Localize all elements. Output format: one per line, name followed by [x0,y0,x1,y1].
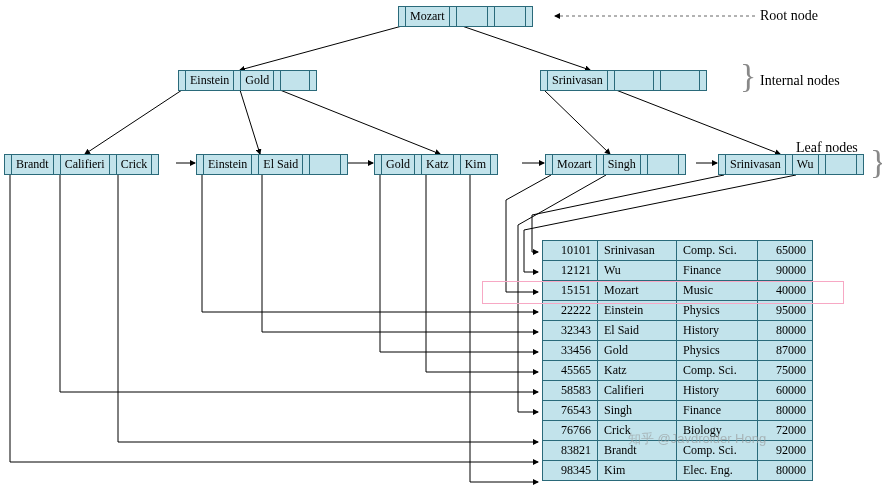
key: Singh [604,155,641,174]
brace-internal: } [740,66,756,86]
cell-id: 76766 [543,421,598,441]
key: Srinivasan [726,155,786,174]
ptr [541,71,548,90]
ptr [641,155,648,174]
key: Gold [241,71,274,90]
ptr [399,7,406,26]
cell-name: Srinivasan [598,241,677,261]
ptr [654,71,661,90]
cell-salary: 60000 [758,381,813,401]
ptr [234,71,241,90]
ptr [341,155,347,174]
cell-dept: Physics [677,341,758,361]
table-row: 32343El SaidHistory80000 [543,321,813,341]
key: Califieri [61,155,110,174]
table-row: 12121WuFinance90000 [543,261,813,281]
key-empty [281,71,310,90]
ptr [415,155,422,174]
cell-name: Califieri [598,381,677,401]
cell-name: Kim [598,461,677,481]
leaf-node-4: Srinivasan Wu [718,154,864,175]
key-empty [310,155,341,174]
key: Einstein [186,71,234,90]
key-empty [615,71,654,90]
cell-dept: History [677,381,758,401]
table-row: 45565KatzComp. Sci.75000 [543,361,813,381]
key: Mozart [406,7,450,26]
cell-id: 98345 [543,461,598,481]
cell-dept: Comp. Sci. [677,241,758,261]
key-empty [495,7,526,26]
table-row: 15151MozartMusic40000 [543,281,813,301]
cell-id: 15151 [543,281,598,301]
ptr [488,7,495,26]
internal-node-0: Einstein Gold [178,70,317,91]
ptr [546,155,553,174]
brace-leaf: } [870,152,882,172]
label-leaf: Leaf nodes [796,140,858,156]
cell-salary: 75000 [758,361,813,381]
ptr [375,155,382,174]
ptr [252,155,259,174]
cell-id: 32343 [543,321,598,341]
ptr [786,155,793,174]
root-node: Mozart [398,6,533,27]
cell-dept: Finance [677,401,758,421]
label-internal: Internal nodes [760,73,840,89]
ptr [197,155,204,174]
cell-id: 76543 [543,401,598,421]
ptr [857,155,863,174]
ptr [491,155,497,174]
cell-dept: Finance [677,261,758,281]
cell-dept: Elec. Eng. [677,461,758,481]
ptr [608,71,615,90]
key: Brandt [12,155,54,174]
cell-id: 45565 [543,361,598,381]
cell-id: 22222 [543,301,598,321]
cell-name: El Said [598,321,677,341]
key: Srinivasan [548,71,608,90]
ptr [454,155,461,174]
cell-dept: Comp. Sci. [677,361,758,381]
ptr [152,155,158,174]
ptr [110,155,117,174]
ptr [700,71,706,90]
ptr [679,155,685,174]
watermark: 知乎 @Javdroider Hong [628,430,766,448]
key: Wu [793,155,819,174]
table-row: 33456GoldPhysics87000 [543,341,813,361]
leaf-node-0: Brandt Califieri Crick [4,154,159,175]
cell-name: Singh [598,401,677,421]
cell-name: Katz [598,361,677,381]
leaf-node-1: Einstein El Said [196,154,348,175]
table-row: 58583CalifieriHistory60000 [543,381,813,401]
ptr [719,155,726,174]
ptr [310,71,316,90]
table-row: 98345KimElec. Eng.80000 [543,461,813,481]
ptr [526,7,532,26]
internal-node-1: Srinivasan [540,70,707,91]
cell-dept: History [677,321,758,341]
ptr [179,71,186,90]
leaf-node-3: Mozart Singh [545,154,686,175]
cell-name: Einstein [598,301,677,321]
key: Katz [422,155,454,174]
cell-salary: 40000 [758,281,813,301]
cell-name: Wu [598,261,677,281]
key-empty [826,155,857,174]
cell-id: 83821 [543,441,598,461]
ptr [54,155,61,174]
cell-id: 12121 [543,261,598,281]
ptr [5,155,12,174]
cell-salary: 80000 [758,321,813,341]
ptr [274,71,281,90]
cell-dept: Physics [677,301,758,321]
ptr [597,155,604,174]
key: El Said [259,155,303,174]
cell-name: Gold [598,341,677,361]
cell-salary: 90000 [758,261,813,281]
leaf-node-2: Gold Katz Kim [374,154,498,175]
key-empty [648,155,679,174]
key: Mozart [553,155,597,174]
cell-dept: Music [677,281,758,301]
